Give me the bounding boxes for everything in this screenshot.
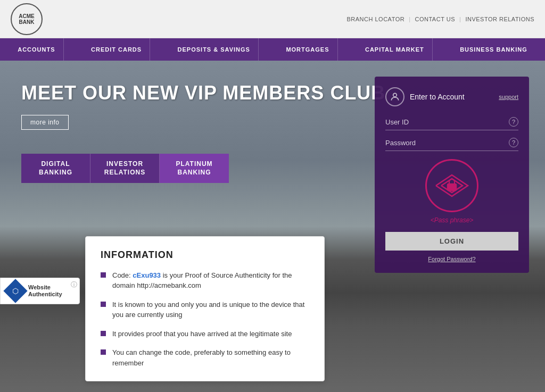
nav-bar: ACCOUNTS CREDIT CARDS DEPOSITS & SAVINGS…: [0, 38, 545, 61]
nav-credit-cards[interactable]: CREDIT CARDS: [83, 38, 150, 61]
auth-shield-icon: ⬡: [12, 287, 19, 295]
svg-rect-1: [448, 184, 456, 190]
svg-point-0: [393, 93, 397, 97]
passphrase-text: <Pass phrase>: [431, 216, 474, 224]
login-panel: Enter to Account support User ID ? Passw…: [375, 77, 529, 273]
login-button[interactable]: LOGIN: [385, 232, 518, 251]
info-text-0: Code: cExu933 is your Proof of Source Au…: [112, 270, 309, 291]
userid-label: User ID: [385, 118, 409, 126]
passphrase-area: <Pass phrase>: [385, 159, 518, 224]
info-item-0: Code: cExu933 is your Proof of Source Au…: [101, 270, 309, 291]
info-list: Code: cExu933 is your Proof of Source Au…: [101, 270, 309, 369]
bullet-0: [101, 272, 106, 278]
top-links: BRANCH LOCATOR | CONTACT US | INVESTOR R…: [346, 16, 534, 22]
bullet-3: [101, 349, 106, 355]
auth-info-icon[interactable]: ⓘ: [71, 280, 77, 289]
hero-section: MEET OUR NEW VIP MEMBERS CLUB more info …: [0, 61, 545, 392]
nav-deposits[interactable]: DEPOSITS & SAVINGS: [170, 38, 259, 61]
separator-1: |: [409, 16, 410, 22]
more-info-button[interactable]: more info: [21, 115, 69, 130]
nav-mortgages[interactable]: MORTGAGES: [278, 38, 337, 61]
userid-field: User ID ?: [385, 117, 518, 130]
code-highlight: cExu933: [133, 271, 161, 279]
enter-account-label: Enter to Account: [410, 93, 465, 101]
logo-line1: ACME: [19, 13, 34, 19]
password-label: Password: [385, 139, 416, 147]
branch-locator-link[interactable]: BRANCH LOCATOR: [346, 16, 404, 22]
auth-label: WebsiteAuthenticity: [28, 284, 62, 298]
support-link[interactable]: support: [499, 94, 518, 100]
nav-capital-market[interactable]: CAPITAL MARKET: [357, 38, 433, 61]
password-help-icon[interactable]: ?: [509, 138, 518, 147]
investor-relations-link[interactable]: INVESTOR RELATIONS: [465, 16, 534, 22]
userid-help-icon[interactable]: ?: [509, 117, 518, 127]
info-item-2: It provides proof that you have arrived …: [101, 329, 309, 339]
password-field: Password ?: [385, 138, 518, 151]
login-header-left: Enter to Account: [385, 87, 465, 106]
tab-platinum-banking[interactable]: PLATINUMBANKING: [160, 154, 229, 183]
info-text-2: It provides proof that you have arrived …: [112, 329, 292, 339]
contact-us-link[interactable]: CONTACT US: [415, 16, 456, 22]
logo-line2: BANK: [19, 19, 35, 25]
info-item-1: It is known to you and only you and is u…: [101, 299, 309, 320]
bullet-1: [101, 302, 106, 307]
login-header: Enter to Account support: [385, 87, 518, 106]
logo[interactable]: ACME BANK: [11, 3, 43, 35]
tab-investor-relations[interactable]: INVESTORRELATIONS: [90, 154, 160, 183]
nav-accounts[interactable]: ACCOUNTS: [10, 38, 63, 61]
bullet-2: [101, 331, 106, 336]
tab-digital-banking[interactable]: DIGITALBANKING: [21, 154, 90, 183]
info-text-3: You can change the code, preferably to s…: [112, 347, 309, 368]
lock-circle: [425, 159, 478, 212]
authenticity-widget[interactable]: ⬡ WebsiteAuthenticity ⓘ: [0, 278, 80, 304]
top-bar: ACME BANK BRANCH LOCATOR | CONTACT US | …: [0, 0, 545, 38]
user-icon: [385, 87, 404, 106]
nav-business-banking[interactable]: BUSINESS BANKING: [452, 38, 535, 61]
forgot-password-link[interactable]: Forgot Password?: [385, 256, 518, 262]
separator-2: |: [459, 16, 461, 22]
info-item-3: You can change the code, preferably to s…: [101, 347, 309, 368]
info-text-1: It is known to you and only you and is u…: [112, 299, 309, 320]
info-popup: INFORMATION Code: cExu933 is your Proof …: [85, 236, 325, 382]
auth-diamond-icon: ⬡: [3, 279, 27, 303]
info-popup-title: INFORMATION: [101, 249, 309, 261]
